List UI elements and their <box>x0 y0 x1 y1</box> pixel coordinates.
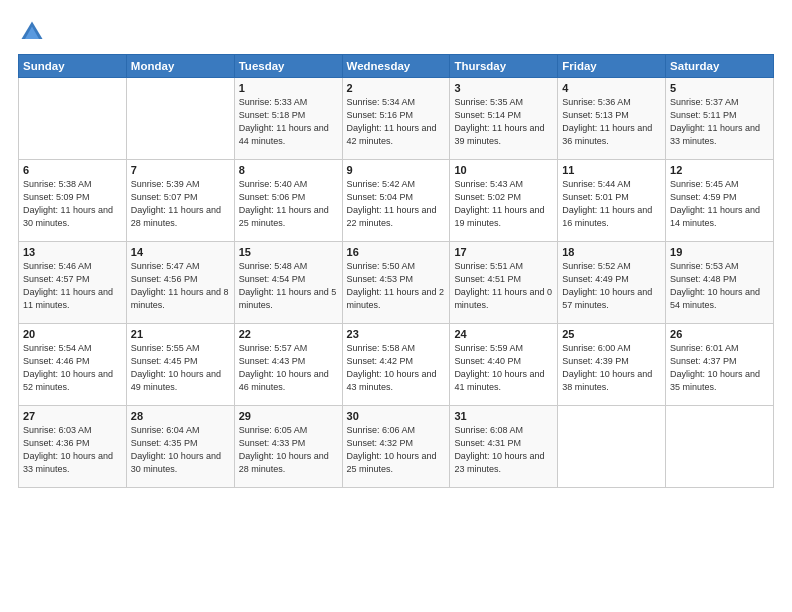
calendar-cell: 1Sunrise: 5:33 AM Sunset: 5:18 PM Daylig… <box>234 78 342 160</box>
calendar-cell: 28Sunrise: 6:04 AM Sunset: 4:35 PM Dayli… <box>126 406 234 488</box>
day-info: Sunrise: 5:52 AM Sunset: 4:49 PM Dayligh… <box>562 260 661 312</box>
calendar-week-row: 27Sunrise: 6:03 AM Sunset: 4:36 PM Dayli… <box>19 406 774 488</box>
day-info: Sunrise: 5:42 AM Sunset: 5:04 PM Dayligh… <box>347 178 446 230</box>
day-number: 19 <box>670 246 769 258</box>
day-info: Sunrise: 5:48 AM Sunset: 4:54 PM Dayligh… <box>239 260 338 312</box>
day-number: 28 <box>131 410 230 422</box>
day-number: 1 <box>239 82 338 94</box>
calendar-cell: 4Sunrise: 5:36 AM Sunset: 5:13 PM Daylig… <box>558 78 666 160</box>
day-info: Sunrise: 5:51 AM Sunset: 4:51 PM Dayligh… <box>454 260 553 312</box>
day-info: Sunrise: 5:57 AM Sunset: 4:43 PM Dayligh… <box>239 342 338 394</box>
calendar-cell <box>19 78 127 160</box>
day-info: Sunrise: 5:44 AM Sunset: 5:01 PM Dayligh… <box>562 178 661 230</box>
calendar-week-row: 13Sunrise: 5:46 AM Sunset: 4:57 PM Dayli… <box>19 242 774 324</box>
calendar-cell: 18Sunrise: 5:52 AM Sunset: 4:49 PM Dayli… <box>558 242 666 324</box>
day-info: Sunrise: 5:45 AM Sunset: 4:59 PM Dayligh… <box>670 178 769 230</box>
day-number: 6 <box>23 164 122 176</box>
day-number: 4 <box>562 82 661 94</box>
page-header <box>18 18 774 46</box>
day-info: Sunrise: 5:39 AM Sunset: 5:07 PM Dayligh… <box>131 178 230 230</box>
calendar-cell: 6Sunrise: 5:38 AM Sunset: 5:09 PM Daylig… <box>19 160 127 242</box>
day-info: Sunrise: 5:54 AM Sunset: 4:46 PM Dayligh… <box>23 342 122 394</box>
weekday-header-wednesday: Wednesday <box>342 55 450 78</box>
calendar-cell: 13Sunrise: 5:46 AM Sunset: 4:57 PM Dayli… <box>19 242 127 324</box>
day-number: 12 <box>670 164 769 176</box>
day-number: 21 <box>131 328 230 340</box>
calendar-cell: 31Sunrise: 6:08 AM Sunset: 4:31 PM Dayli… <box>450 406 558 488</box>
calendar-cell: 25Sunrise: 6:00 AM Sunset: 4:39 PM Dayli… <box>558 324 666 406</box>
day-info: Sunrise: 5:38 AM Sunset: 5:09 PM Dayligh… <box>23 178 122 230</box>
day-info: Sunrise: 5:50 AM Sunset: 4:53 PM Dayligh… <box>347 260 446 312</box>
calendar-cell: 7Sunrise: 5:39 AM Sunset: 5:07 PM Daylig… <box>126 160 234 242</box>
calendar-cell: 10Sunrise: 5:43 AM Sunset: 5:02 PM Dayli… <box>450 160 558 242</box>
day-info: Sunrise: 5:35 AM Sunset: 5:14 PM Dayligh… <box>454 96 553 148</box>
day-info: Sunrise: 5:40 AM Sunset: 5:06 PM Dayligh… <box>239 178 338 230</box>
day-number: 5 <box>670 82 769 94</box>
day-number: 16 <box>347 246 446 258</box>
day-number: 11 <box>562 164 661 176</box>
day-number: 26 <box>670 328 769 340</box>
calendar-cell: 22Sunrise: 5:57 AM Sunset: 4:43 PM Dayli… <box>234 324 342 406</box>
calendar-cell: 11Sunrise: 5:44 AM Sunset: 5:01 PM Dayli… <box>558 160 666 242</box>
calendar-week-row: 6Sunrise: 5:38 AM Sunset: 5:09 PM Daylig… <box>19 160 774 242</box>
day-number: 22 <box>239 328 338 340</box>
calendar-cell: 9Sunrise: 5:42 AM Sunset: 5:04 PM Daylig… <box>342 160 450 242</box>
weekday-header-saturday: Saturday <box>666 55 774 78</box>
day-info: Sunrise: 5:37 AM Sunset: 5:11 PM Dayligh… <box>670 96 769 148</box>
day-number: 2 <box>347 82 446 94</box>
day-info: Sunrise: 5:59 AM Sunset: 4:40 PM Dayligh… <box>454 342 553 394</box>
logo-icon <box>18 18 46 46</box>
logo <box>18 18 48 46</box>
day-info: Sunrise: 5:58 AM Sunset: 4:42 PM Dayligh… <box>347 342 446 394</box>
calendar-cell: 14Sunrise: 5:47 AM Sunset: 4:56 PM Dayli… <box>126 242 234 324</box>
calendar-week-row: 1Sunrise: 5:33 AM Sunset: 5:18 PM Daylig… <box>19 78 774 160</box>
day-info: Sunrise: 6:03 AM Sunset: 4:36 PM Dayligh… <box>23 424 122 476</box>
day-info: Sunrise: 6:01 AM Sunset: 4:37 PM Dayligh… <box>670 342 769 394</box>
calendar-cell: 5Sunrise: 5:37 AM Sunset: 5:11 PM Daylig… <box>666 78 774 160</box>
calendar-cell: 3Sunrise: 5:35 AM Sunset: 5:14 PM Daylig… <box>450 78 558 160</box>
day-number: 9 <box>347 164 446 176</box>
calendar-cell: 30Sunrise: 6:06 AM Sunset: 4:32 PM Dayli… <box>342 406 450 488</box>
calendar-cell: 2Sunrise: 5:34 AM Sunset: 5:16 PM Daylig… <box>342 78 450 160</box>
day-number: 10 <box>454 164 553 176</box>
day-number: 30 <box>347 410 446 422</box>
calendar-cell <box>126 78 234 160</box>
calendar-week-row: 20Sunrise: 5:54 AM Sunset: 4:46 PM Dayli… <box>19 324 774 406</box>
calendar-cell: 12Sunrise: 5:45 AM Sunset: 4:59 PM Dayli… <box>666 160 774 242</box>
calendar-cell: 29Sunrise: 6:05 AM Sunset: 4:33 PM Dayli… <box>234 406 342 488</box>
day-number: 23 <box>347 328 446 340</box>
calendar-cell: 20Sunrise: 5:54 AM Sunset: 4:46 PM Dayli… <box>19 324 127 406</box>
day-number: 24 <box>454 328 553 340</box>
day-info: Sunrise: 5:53 AM Sunset: 4:48 PM Dayligh… <box>670 260 769 312</box>
day-number: 7 <box>131 164 230 176</box>
day-info: Sunrise: 6:06 AM Sunset: 4:32 PM Dayligh… <box>347 424 446 476</box>
calendar-cell: 17Sunrise: 5:51 AM Sunset: 4:51 PM Dayli… <box>450 242 558 324</box>
day-number: 14 <box>131 246 230 258</box>
calendar-cell: 15Sunrise: 5:48 AM Sunset: 4:54 PM Dayli… <box>234 242 342 324</box>
day-number: 3 <box>454 82 553 94</box>
calendar-cell <box>666 406 774 488</box>
page-container: SundayMondayTuesdayWednesdayThursdayFrid… <box>0 0 792 498</box>
calendar-cell: 27Sunrise: 6:03 AM Sunset: 4:36 PM Dayli… <box>19 406 127 488</box>
weekday-header-tuesday: Tuesday <box>234 55 342 78</box>
calendar-cell: 23Sunrise: 5:58 AM Sunset: 4:42 PM Dayli… <box>342 324 450 406</box>
day-info: Sunrise: 5:34 AM Sunset: 5:16 PM Dayligh… <box>347 96 446 148</box>
calendar-cell: 24Sunrise: 5:59 AM Sunset: 4:40 PM Dayli… <box>450 324 558 406</box>
calendar-cell <box>558 406 666 488</box>
day-info: Sunrise: 5:47 AM Sunset: 4:56 PM Dayligh… <box>131 260 230 312</box>
calendar-cell: 16Sunrise: 5:50 AM Sunset: 4:53 PM Dayli… <box>342 242 450 324</box>
weekday-header-friday: Friday <box>558 55 666 78</box>
day-number: 15 <box>239 246 338 258</box>
day-info: Sunrise: 5:46 AM Sunset: 4:57 PM Dayligh… <box>23 260 122 312</box>
day-info: Sunrise: 5:43 AM Sunset: 5:02 PM Dayligh… <box>454 178 553 230</box>
day-info: Sunrise: 6:05 AM Sunset: 4:33 PM Dayligh… <box>239 424 338 476</box>
weekday-header-thursday: Thursday <box>450 55 558 78</box>
calendar-cell: 26Sunrise: 6:01 AM Sunset: 4:37 PM Dayli… <box>666 324 774 406</box>
calendar-cell: 8Sunrise: 5:40 AM Sunset: 5:06 PM Daylig… <box>234 160 342 242</box>
day-number: 8 <box>239 164 338 176</box>
day-info: Sunrise: 5:33 AM Sunset: 5:18 PM Dayligh… <box>239 96 338 148</box>
day-number: 31 <box>454 410 553 422</box>
weekday-header-row: SundayMondayTuesdayWednesdayThursdayFrid… <box>19 55 774 78</box>
day-number: 29 <box>239 410 338 422</box>
day-info: Sunrise: 6:08 AM Sunset: 4:31 PM Dayligh… <box>454 424 553 476</box>
